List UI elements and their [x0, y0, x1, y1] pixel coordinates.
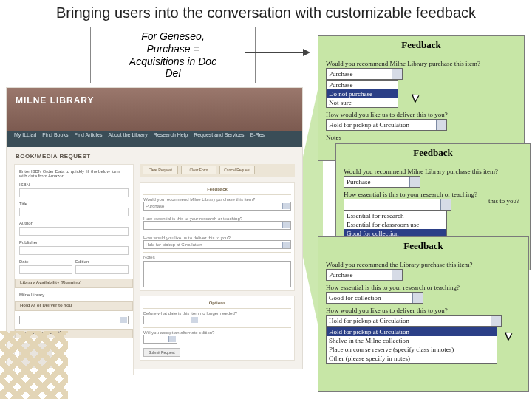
- option[interactable]: Do not purchase: [327, 89, 398, 98]
- callout-line: For Geneseo,: [97, 30, 249, 43]
- field-label: Edition: [75, 259, 129, 264]
- fb3-q1-select[interactable]: Purchase: [326, 269, 403, 281]
- field-label: Author: [19, 221, 129, 225]
- feedback-window-1: Feedback Would you recommend Milne Libra…: [318, 35, 525, 161]
- isbn-label: ISBN: [19, 183, 129, 187]
- fb1-q1: Would you recommend Milne Library purcha…: [326, 60, 516, 67]
- fb3-q1: Would you recommend the Library purchase…: [326, 261, 521, 268]
- site-nav: My ILLiad Find Books Find Articles About…: [7, 131, 302, 147]
- option[interactable]: Not sure: [327, 98, 398, 107]
- fb3-q2-select[interactable]: Good for collection: [326, 292, 423, 304]
- feedback-window-3: Feedback Would you recommend the Library…: [318, 236, 529, 392]
- fb1-notes-label: Notes: [326, 134, 516, 141]
- notes-label: Notes: [143, 255, 155, 259]
- field-label: Publisher: [19, 240, 129, 245]
- clear-form-button[interactable]: Clear Form: [181, 166, 216, 174]
- fb2-q1-select[interactable]: Purchase: [344, 176, 420, 188]
- fb1-q1-select[interactable]: Purchase: [326, 68, 403, 80]
- nav-item[interactable]: Find Articles: [74, 132, 102, 146]
- slide-title: Bringing users into the conversation wit…: [7, 4, 525, 21]
- option[interactable]: Essential for classroom use: [344, 220, 446, 229]
- option[interactable]: Other (please specify in notes): [327, 354, 497, 363]
- option[interactable]: Purchase: [327, 81, 398, 89]
- fb2-q1: Would you recommend Milne Library purcha…: [344, 168, 522, 175]
- nav-item[interactable]: E-Res: [250, 132, 265, 146]
- publisher-input[interactable]: [19, 246, 129, 255]
- arrow-icon: [245, 52, 304, 53]
- holdat-select[interactable]: [19, 316, 129, 324]
- fb3-q3: How would you like us to deliver this to…: [326, 307, 521, 314]
- author-input[interactable]: [19, 227, 129, 236]
- illiad-screenshot: MILNE LIBRARY My ILLiad Find Books Find …: [6, 87, 303, 369]
- date-input[interactable]: [19, 265, 72, 274]
- callout-line: Del: [97, 67, 249, 80]
- feedback-panel: Feedback Would you recommend Milne Libra…: [140, 182, 295, 291]
- holdat-header: Hold At or Deliver to You: [15, 301, 133, 311]
- fb2-q3-fragment: this to you?: [488, 197, 519, 205]
- isbn-input[interactable]: [19, 188, 129, 197]
- cancel-request-button[interactable]: Cancel Request: [219, 166, 255, 174]
- corner-pattern: [0, 331, 68, 399]
- fb3-q3-select[interactable]: Hold for pickup at Circulation: [326, 315, 502, 327]
- feedback-title: Feedback: [318, 237, 528, 255]
- feedback-q1-select[interactable]: Purchase: [143, 202, 291, 211]
- option[interactable]: Essential for research: [344, 211, 446, 220]
- option[interactable]: Place on course reserve (specify class i…: [327, 345, 497, 354]
- select-value: Hold for pickup at Circulation: [146, 242, 202, 247]
- feedback-title: Feedback: [318, 36, 524, 54]
- title-input[interactable]: [19, 208, 129, 216]
- fb3-q2: How essential is this to your research o…: [326, 284, 521, 291]
- nav-item[interactable]: Request and Services: [194, 132, 244, 146]
- callout-box: For Geneseo, Purchase = Acquisitions in …: [90, 27, 256, 83]
- select-value: Purchase: [347, 178, 371, 185]
- option[interactable]: Shelve in the Milne collection: [327, 336, 497, 345]
- feedback-q2-select[interactable]: [143, 221, 291, 230]
- options-heading: Options: [143, 301, 291, 305]
- availability-label: Milne Library: [19, 293, 129, 297]
- select-value: Good for collection: [329, 294, 381, 301]
- need-by-input[interactable]: [143, 316, 200, 324]
- select-value: Purchase: [146, 204, 164, 208]
- callout-line: Acquisitions in Doc: [97, 55, 249, 68]
- notes-textarea[interactable]: [143, 261, 291, 287]
- nav-item[interactable]: Research Help: [154, 132, 188, 146]
- clear-request-button[interactable]: Clear Request: [143, 166, 178, 174]
- fb1-q1-options[interactable]: Purchase Do not purchase Not sure: [326, 80, 398, 108]
- field-label: Date: [19, 259, 72, 264]
- edition-input[interactable]: [75, 265, 129, 274]
- select-value: Purchase: [329, 70, 353, 78]
- nav-item[interactable]: About the Library: [109, 132, 148, 146]
- site-brand: MILNE LIBRARY: [7, 88, 302, 131]
- feedback-title: Feedback: [336, 144, 530, 162]
- fb1-q2-select[interactable]: Hold for pickup at Circulation: [326, 119, 447, 131]
- feedback-heading: Feedback: [143, 187, 291, 191]
- nav-item[interactable]: Find Books: [42, 132, 68, 146]
- availability-header: Library Availability (Running): [15, 279, 133, 288]
- page-heading: BOOK/MEDIA REQUEST: [7, 147, 302, 163]
- fb3-q3-options[interactable]: Hold for pickup at Circulation Shelve in…: [326, 327, 497, 364]
- alt-edition-select[interactable]: [143, 335, 177, 344]
- callout-line: Purchase =: [97, 43, 249, 55]
- fb1-q2: How would you like us to deliver this to…: [326, 111, 516, 118]
- intro-text: Enter ISBN Order Data to quickly fill th…: [19, 169, 129, 178]
- submit-button[interactable]: Submit Request: [143, 348, 180, 357]
- slide: Bringing users into the conversation wit…: [0, 0, 532, 399]
- feedback-q3-select[interactable]: Hold for pickup at Circulation: [143, 240, 291, 249]
- nav-item[interactable]: My ILLiad: [14, 132, 36, 146]
- option[interactable]: Hold for pickup at Circulation: [327, 327, 497, 336]
- form-toolbar: Clear Request Clear Form Cancel Request: [140, 164, 295, 177]
- options-panel: Options Before what date is this item no…: [140, 296, 295, 361]
- select-value: Hold for pickup at Circulation: [329, 121, 409, 129]
- select-value: Purchase: [329, 271, 353, 279]
- field-label: Title: [19, 202, 129, 206]
- fb2-q2-select[interactable]: [344, 199, 451, 211]
- select-value: Hold for pickup at Circulation: [329, 317, 409, 324]
